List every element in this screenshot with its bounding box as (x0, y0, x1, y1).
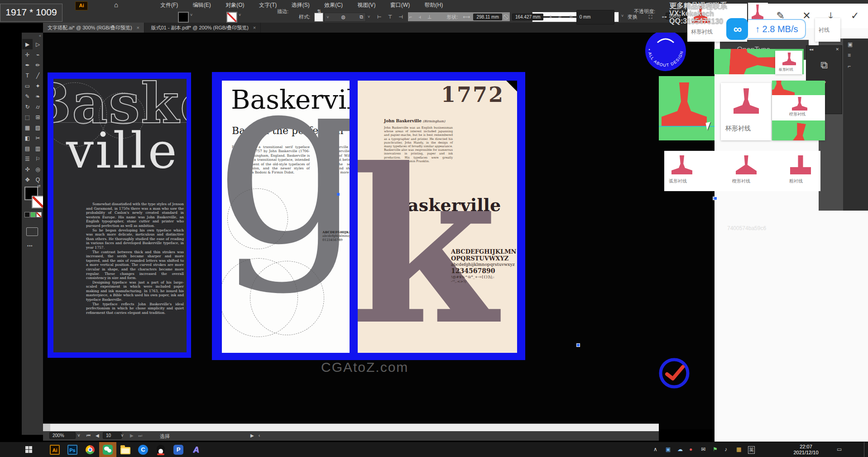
tool-paintbrush[interactable]: ✦ (33, 81, 43, 91)
bounding-box-icon[interactable]: ⛶ (649, 14, 652, 19)
corner-radius-field[interactable]: 0 mm (576, 10, 614, 24)
menu-edit[interactable]: 编辑(E) (187, 0, 217, 10)
first-artboard-icon[interactable]: ⏮ (86, 433, 91, 438)
shape-height-field[interactable]: 164.427 mm (512, 14, 544, 20)
swap-wh-icon[interactable]: ⇕ (549, 14, 553, 19)
artboard-number-field[interactable]: 10 (103, 432, 122, 439)
taskbar-illustrator[interactable]: Ai (46, 442, 63, 457)
dock-icon-1[interactable]: ▣ (843, 38, 868, 48)
tool-artboard[interactable]: ☰ (22, 154, 33, 164)
zoom-level-field[interactable]: 200% (49, 432, 76, 439)
tool-curvature[interactable]: ✏ (33, 60, 43, 70)
color-mode-color[interactable] (24, 212, 30, 217)
netdisk-upload-pill[interactable]: ∞ ↑ 2.8 MB/s (726, 18, 806, 40)
tab1-close-icon[interactable]: × (137, 25, 139, 30)
taskbar-qq[interactable] (152, 442, 169, 457)
stroke-caret-icon[interactable]: ˅ (239, 13, 241, 17)
menu-help[interactable]: 帮助(H) (418, 0, 450, 10)
home-icon[interactable]: ⌂ (114, 1, 118, 9)
serif-card-right[interactable]: 楔形衬线 (772, 81, 825, 140)
stroke-swatch[interactable] (226, 12, 237, 23)
mini-collapse-icon[interactable]: ◂◂ (809, 47, 813, 52)
tool-scissors[interactable]: ✂ (33, 133, 43, 143)
color-mode-none[interactable] (36, 212, 42, 217)
taskbar-chrome[interactable] (82, 442, 99, 457)
prev-artboard-icon[interactable]: ◀ (96, 433, 99, 438)
horizontal-scrollbar[interactable] (43, 423, 659, 432)
tool-blob-brush[interactable]: ❧ (33, 91, 43, 101)
tool-lasso[interactable]: ⌁ (33, 49, 43, 60)
globe-icon[interactable]: ◍ (341, 14, 346, 19)
transform-link[interactable]: 变换 (628, 14, 638, 19)
serif-card-mini[interactable]: 板形衬线 (775, 51, 802, 74)
taskbar-p-app[interactable]: P (170, 442, 187, 457)
tool-zoom[interactable]: ◎ (33, 164, 43, 174)
menu-effect[interactable]: 效果(C) (318, 0, 349, 10)
artboard-caret-icon[interactable]: ˅ (121, 433, 124, 438)
tool-direct-selection[interactable]: ▷ (33, 39, 43, 49)
tray-icon-7[interactable]: ▦ (736, 446, 741, 452)
mini-page-icon[interactable]: ⧉ (806, 59, 842, 71)
tray-icon-1[interactable]: ▣ (666, 446, 671, 452)
last-artboard-icon[interactable]: ⏭ (138, 433, 142, 438)
isolate-icon[interactable]: ⊶ (662, 14, 667, 19)
tool-slice[interactable]: ⚐ (33, 154, 43, 164)
tool-line[interactable]: ╱ (33, 70, 43, 81)
tool-extra-2[interactable]: Q (33, 174, 43, 185)
tool-extra-1[interactable]: ✥ (22, 174, 33, 185)
tool-perspective[interactable]: ⊞ (33, 112, 43, 122)
notification-center-icon[interactable]: ▭ (837, 446, 842, 452)
dash-icon[interactable]: ⌐. (559, 14, 563, 19)
tray-chevron-icon[interactable]: ∧ (653, 446, 657, 452)
taskbar-wechat-active[interactable] (99, 442, 116, 457)
tray-icon-5[interactable]: ⚑ (713, 446, 718, 452)
dock-icon-2[interactable]: ≡ (843, 48, 868, 58)
tool-rotate[interactable]: ↻ (22, 101, 33, 112)
taskbar-a-app[interactable]: A (187, 442, 205, 457)
style-caret-icon[interactable]: ˅ (326, 15, 329, 19)
swap-fill-stroke-icon[interactable]: ⇄ (37, 184, 41, 188)
tool-width[interactable]: ⌭ (33, 101, 43, 112)
tool-type[interactable]: T (22, 70, 33, 81)
draw-mode-icon[interactable] (26, 227, 38, 236)
serif-card-large-green[interactable] (659, 76, 715, 140)
tab2-close-icon[interactable]: × (253, 25, 256, 30)
document-setup-icon[interactable]: ⧉ (360, 14, 363, 19)
menu-window[interactable]: 窗口(W) (384, 0, 416, 10)
taskbar-c-app[interactable]: C (134, 442, 152, 457)
status-right-icon2[interactable]: ‹ (259, 433, 260, 438)
show-desktop-button[interactable] (864, 442, 868, 457)
serif-card-main[interactable]: 杯形衬线 (721, 83, 771, 140)
taskbar-explorer[interactable] (117, 442, 134, 457)
tool-pen[interactable]: ✒ (22, 60, 33, 70)
confirm-icon[interactable]: ✓ (851, 10, 859, 22)
corner-stepper-icon[interactable]: ⇅ (569, 14, 573, 19)
tray-icon-3[interactable]: ● (689, 446, 692, 452)
menu-file[interactable]: 文件(F) (154, 0, 184, 10)
serif-card-strip[interactable]: 弧形衬线 楔形衬线 粗衬线 (664, 151, 820, 191)
tray-icon-4[interactable]: ✉ (701, 446, 705, 452)
fill-caret-icon[interactable]: ˅ (190, 13, 192, 17)
tool-shaper[interactable]: ✎ (22, 91, 33, 101)
color-mode-gradient[interactable] (30, 212, 36, 217)
mini-close-icon[interactable]: ✕ (835, 47, 839, 52)
menu-select[interactable]: 选择(S) (285, 0, 316, 10)
next-artboard-icon[interactable]: ▶ (130, 433, 134, 438)
tool-mesh[interactable]: ▦ (22, 122, 33, 133)
tools-collapse-icon[interactable]: « (22, 33, 43, 39)
tool-magic-wand[interactable]: ✛ (22, 49, 33, 60)
tab-document-2[interactable]: 版式01 - 副本.pdf* @ 200% (RGB/叠印预览) × (146, 23, 261, 33)
tray-icon-2[interactable]: ☁ (677, 446, 683, 452)
tab-document-1[interactable]: 文字搭配.ai* @ 300% (RGB/叠印预览) × (43, 23, 144, 33)
scrollbar-corner[interactable] (43, 424, 50, 432)
zoom-caret-icon[interactable]: ˅ (77, 433, 80, 438)
menu-object[interactable]: 对象(O) (219, 0, 250, 10)
ime-indicator[interactable]: 英 (748, 446, 755, 454)
dock-icon-3[interactable]: ⌐ (843, 58, 868, 69)
tool-free-transform[interactable]: ⬚ (22, 112, 33, 122)
tray-icon-6[interactable]: ♪ (724, 446, 727, 452)
tool-graph[interactable]: ▥ (33, 143, 43, 154)
align-icons[interactable]: ⊢⊤⊣⌐⫞⊥ (377, 14, 438, 19)
tool-selection[interactable]: ▶ (22, 39, 33, 49)
start-button[interactable] (25, 446, 33, 453)
